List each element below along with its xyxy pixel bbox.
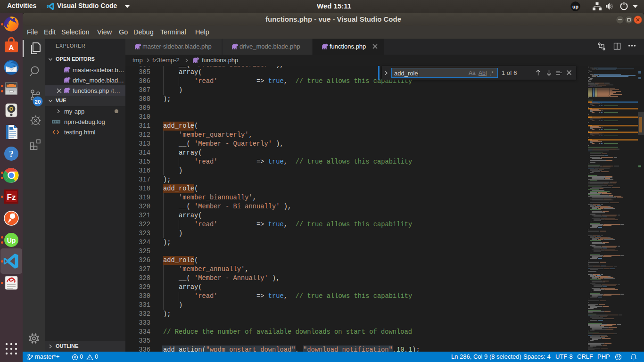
svg-text:up: up	[572, 4, 578, 9]
svg-text:A: A	[9, 43, 14, 51]
svg-text:?: ?	[9, 149, 14, 159]
svg-text:Up: Up	[7, 237, 16, 244]
svg-text:Fz: Fz	[7, 193, 16, 202]
svg-text:20: 20	[35, 99, 41, 105]
